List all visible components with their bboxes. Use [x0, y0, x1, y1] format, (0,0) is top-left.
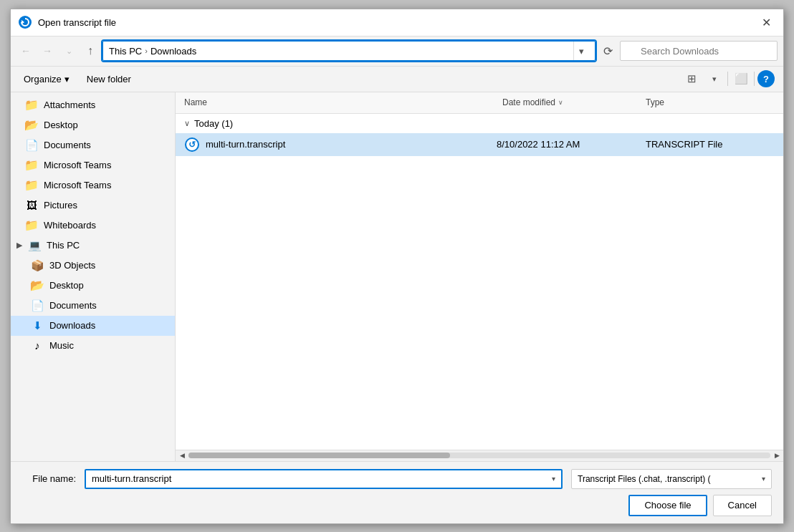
file-row-transcript[interactable]: multi-turn.transcript 8/10/2022 11:12 AM…: [176, 133, 783, 156]
filter-dropdown-arrow: ▾: [762, 475, 765, 483]
preview-pane-button[interactable]: ⬜: [731, 69, 751, 89]
breadcrumb-part-1: Downloads: [150, 46, 196, 57]
this-pc-icon: [28, 239, 41, 252]
scroll-right-button[interactable]: ▶: [772, 450, 782, 460]
up-button[interactable]: ↑: [81, 42, 100, 60]
sidebar-label-desktop-bottom: Desktop: [49, 280, 84, 291]
file-date-cell: 8/10/2022 11:12 AM: [497, 139, 640, 150]
dialog-icon: [18, 15, 32, 29]
sidebar-label-music: Music: [49, 340, 74, 351]
folder-desktop-icon-bottom: [31, 279, 44, 292]
help-button[interactable]: ?: [757, 70, 775, 87]
downloads-icon: [31, 319, 44, 332]
search-wrapper: 🔍: [620, 41, 778, 61]
column-type[interactable]: Type: [646, 97, 775, 107]
file-name-row: File name: ▾ Transcript Files (.chat, .t…: [22, 469, 772, 489]
back-button[interactable]: ←: [16, 42, 35, 60]
breadcrumb-sep-0: ›: [145, 47, 148, 55]
sidebar-item-documents-top[interactable]: Documents: [11, 135, 175, 155]
sidebar-item-documents-bottom[interactable]: Documents: [11, 296, 175, 316]
organize-button[interactable]: Organize ▾: [19, 72, 74, 87]
column-name[interactable]: Name: [184, 97, 502, 107]
transcript-file-icon: [184, 137, 200, 153]
file-name-cell: multi-turn.transcript: [206, 139, 491, 150]
col-type-label: Type: [646, 97, 664, 107]
scroll-left-button[interactable]: ◀: [177, 450, 187, 460]
sidebar-item-teams-1[interactable]: Microsoft Teams: [11, 155, 175, 175]
scroll-track[interactable]: [188, 453, 770, 458]
sidebar-item-pictures[interactable]: Pictures: [11, 195, 175, 216]
sidebar-item-music[interactable]: Music: [11, 336, 175, 356]
sidebar-label-this-pc: This PC: [47, 240, 80, 251]
organize-arrow: ▾: [64, 74, 70, 84]
search-input[interactable]: [620, 41, 778, 61]
file-name-label: File name:: [22, 473, 76, 484]
group-header-today[interactable]: ∨ Today (1): [176, 114, 783, 133]
view-divider: [727, 72, 728, 86]
sidebar-label-downloads: Downloads: [49, 320, 95, 331]
sidebar-label-desktop-top: Desktop: [44, 120, 78, 130]
sidebar-item-desktop-top[interactable]: Desktop: [11, 115, 175, 135]
sort-icon: ∨: [558, 99, 563, 106]
file-name-input[interactable]: [92, 473, 552, 484]
close-button[interactable]: ✕: [756, 12, 776, 32]
new-folder-label: New folder: [87, 74, 131, 84]
sidebar-label-teams-1: Microsoft Teams: [44, 160, 111, 170]
col-name-label: Name: [184, 97, 207, 107]
file-area: Name Date modified ∨ Type ∨ Today (1): [176, 92, 783, 461]
bottom-bar: File name: ▾ Transcript Files (.chat, .t…: [11, 461, 783, 523]
dropdown-recent-button[interactable]: ⌄: [59, 42, 78, 60]
organize-label: Organize: [24, 74, 62, 84]
cancel-button[interactable]: Cancel: [713, 495, 772, 516]
address-breadcrumb: This PC › Downloads: [109, 46, 570, 57]
folder-teams-icon-2: [25, 179, 38, 192]
file-name-dropdown-arrow: ▾: [552, 475, 555, 483]
sidebar-label-whiteboards: Whiteboards: [44, 220, 96, 231]
view-details-button[interactable]: ⊞: [681, 69, 702, 89]
sidebar-item-3d-objects[interactable]: 3D Objects: [11, 256, 175, 276]
sidebar-item-teams-2[interactable]: Microsoft Teams: [11, 175, 175, 195]
folder-doc-icon: [25, 139, 38, 152]
folder-blue-icon: [25, 119, 38, 132]
sidebar: Attachments Desktop Documents Microsoft …: [11, 92, 176, 461]
action-toolbar: Organize ▾ New folder ⊞ ▾ ⬜ ?: [11, 67, 783, 92]
folder-teams-icon-1: [25, 159, 38, 172]
view-divider2: [754, 72, 755, 86]
choose-file-button[interactable]: Choose file: [628, 495, 707, 516]
folder-pictures-icon: [25, 199, 38, 212]
sidebar-item-desktop-bottom[interactable]: Desktop: [11, 276, 175, 296]
group-collapse-icon: ∨: [184, 119, 190, 128]
horizontal-scrollbar: ◀ ▶: [176, 450, 783, 461]
address-bar[interactable]: This PC › Downloads ▾: [102, 41, 596, 61]
svg-point-0: [19, 16, 32, 29]
3d-objects-icon: [31, 259, 44, 272]
file-list: ∨ Today (1) multi-turn.transcript 8/10/2…: [176, 114, 783, 450]
open-file-dialog: Open transcript file ✕ ← → ⌄ ↑ This PC ›…: [10, 9, 784, 524]
sidebar-label-documents-top: Documents: [44, 140, 91, 150]
file-filter-dropdown[interactable]: Transcript Files (.chat, .transcript) ( …: [571, 469, 772, 489]
main-area: Attachments Desktop Documents Microsoft …: [11, 92, 783, 461]
forward-button[interactable]: →: [38, 42, 57, 60]
sidebar-label-pictures: Pictures: [44, 200, 77, 211]
file-name-field[interactable]: ▾: [85, 469, 563, 489]
view-dropdown-button[interactable]: ▾: [704, 69, 724, 89]
title-bar: Open transcript file ✕: [11, 9, 783, 37]
filter-label: Transcript Files (.chat, .transcript) (: [578, 474, 711, 484]
sidebar-item-whiteboards[interactable]: Whiteboards: [11, 216, 175, 236]
sidebar-item-downloads[interactable]: Downloads: [11, 316, 175, 336]
nav-toolbar: ← → ⌄ ↑ This PC › Downloads ▾ ⟳ 🔍: [11, 37, 783, 67]
sidebar-item-this-pc[interactable]: ▶ This PC: [11, 236, 175, 256]
sidebar-label-teams-2: Microsoft Teams: [44, 180, 111, 190]
folder-yellow-icon: [25, 99, 38, 112]
address-dropdown-button[interactable]: ▾: [573, 42, 589, 60]
new-folder-button[interactable]: New folder: [82, 72, 135, 87]
col-date-label: Date modified: [502, 97, 555, 107]
view-controls: ⊞ ▾ ⬜ ?: [681, 69, 775, 89]
sidebar-item-attachments[interactable]: Attachments: [11, 95, 175, 115]
column-date[interactable]: Date modified ∨: [502, 97, 646, 107]
breadcrumb-part-0: This PC: [109, 46, 142, 57]
refresh-button[interactable]: ⟳: [598, 42, 617, 60]
sidebar-label-3d: 3D Objects: [49, 260, 95, 271]
music-icon: [31, 339, 44, 352]
scroll-thumb: [188, 453, 450, 458]
